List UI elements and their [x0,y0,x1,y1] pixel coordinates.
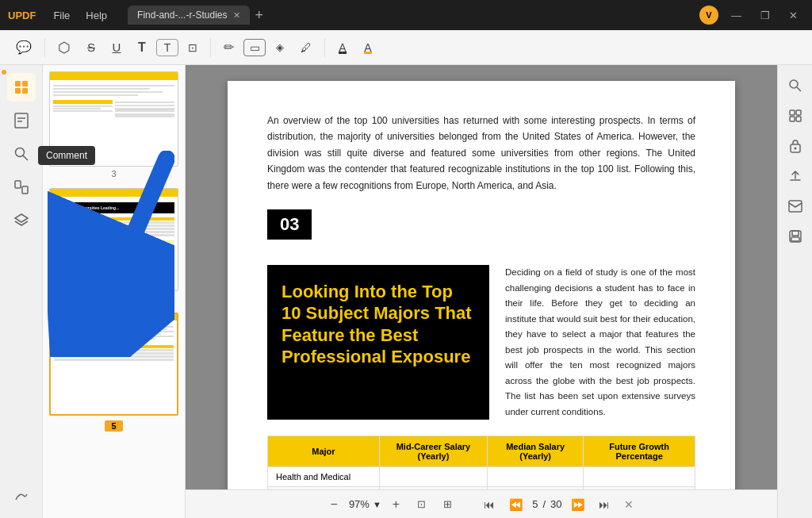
prev-page-btn[interactable]: ⏪ [504,496,527,513]
intro-text: An overview of the top 100 universities … [267,113,695,194]
svg-rect-23 [791,237,799,241]
organize-btn[interactable] [7,173,36,201]
user-avatar[interactable]: V [699,6,718,25]
zoom-display: 97% ▼ [349,498,381,510]
pdf-wrapper: An overview of the top 100 universities … [186,65,777,518]
menu-bar: File Help [45,6,115,25]
active-tab[interactable]: Find-and-...-r-Studies ✕ [128,6,250,25]
title-bar: UPDF File Help Find-and-...-r-Studies ✕ … [0,0,812,30]
right-icon-rail [777,65,812,518]
right-email-btn[interactable] [783,194,808,219]
layers-btn[interactable] [7,206,36,235]
total-pages: 30 [550,498,561,510]
thumbnail-4[interactable]: The Global Universities Leading... [49,188,178,303]
thumbnail-5[interactable]: Looking Into the Top 10 Subject Majors T… [49,313,178,432]
next-page-btn[interactable]: ⏩ [566,496,589,513]
cell-med-0 [488,467,584,487]
separator-1 [44,38,45,57]
col-major: Major [268,436,380,467]
zoom-dropdown-btn[interactable]: ▼ [373,500,381,509]
menu-file[interactable]: File [45,6,78,25]
left-sidebar-wrapper [0,65,43,518]
page-separator: / [542,498,546,510]
zoom-out-btn[interactable]: − [324,495,344,514]
page-nav: ⏮ ⏪ 5 / 30 ⏩ ⏭ ✕ [479,496,638,513]
right-upload-btn[interactable] [783,163,808,189]
col-median: Median Salary (Yearly) [488,436,584,467]
search-btn[interactable] [7,140,36,168]
right-lock-btn[interactable] [783,133,808,159]
comment-tool-btn[interactable]: 💬 [10,36,38,58]
svg-rect-1 [22,81,28,86]
last-page-btn[interactable]: ⏭ [594,496,615,513]
text-callout-btn[interactable]: ⊡ [182,38,204,57]
svg-point-19 [794,148,796,150]
table-row: Health and Medical [268,467,695,487]
svg-point-7 [15,148,24,157]
svg-rect-16 [790,117,795,121]
signature-btn[interactable] [7,482,36,510]
svg-rect-15 [796,110,801,115]
shapes-btn[interactable]: ▭ [243,39,266,56]
tab-title: Find-and-...-r-Studies [137,10,227,21]
svg-line-8 [23,155,28,160]
thumbnail-3-num: 3 [49,169,178,178]
menu-help[interactable]: Help [78,6,115,25]
text-btn[interactable]: T [131,37,153,58]
svg-rect-9 [15,181,21,188]
window-controls: V — ❐ ✕ [699,6,804,25]
right-save-btn[interactable] [783,224,808,249]
svg-rect-0 [15,81,21,86]
zoom-in-btn[interactable]: + [386,495,406,514]
toolbar: 💬 ⬡ S U T T ⊡ ✏ ▭ ◈ 🖊 A A [0,30,812,65]
maximize-btn[interactable]: ❐ [754,10,776,21]
left-icon-rail [0,65,43,518]
new-tab-btn[interactable]: + [255,8,263,22]
eraser-btn[interactable]: ◈ [269,38,291,56]
first-page-btn[interactable]: ⏮ [479,496,500,513]
fit-width-btn[interactable]: ⊞ [437,496,458,512]
pen-extra-btn[interactable]: 🖊 [294,38,318,57]
svg-point-12 [790,80,798,88]
underline-btn[interactable]: U [105,37,128,57]
tab-bar: Find-and-...-r-Studies ✕ + [128,6,693,25]
current-page: 5 [532,498,538,510]
tab-close-btn[interactable]: ✕ [233,10,240,21]
thumbnails-btn[interactable] [7,73,36,102]
thumbnail-panel: 3 The Global Universities Leading... [43,65,186,518]
thumbnail-4-num: 4 [49,294,178,303]
pdf-area[interactable]: An overview of the top 100 universities … [186,65,777,518]
stamp-btn[interactable]: ⬡ [52,36,77,59]
active-indicator [2,70,6,75]
svg-rect-4 [15,113,28,128]
comment-tooltip: Comment [38,146,95,165]
svg-rect-20 [789,201,802,212]
zoom-bar: − 97% ▼ + ⊡ ⊞ ⏮ ⏪ 5 / 30 ⏩ ⏭ ✕ [186,489,777,518]
close-btn[interactable]: ✕ [783,10,804,21]
thumbnail-5-num: 5 [49,418,178,432]
svg-rect-17 [796,117,801,121]
minimize-btn[interactable]: — [725,10,748,21]
font-color-btn[interactable]: A [331,38,354,57]
section-number-box: 03 [267,209,695,252]
svg-line-13 [797,87,801,91]
separator-2 [210,38,211,57]
col-mid-career: Mid-Career Salary (Yearly) [379,436,487,467]
right-search-btn[interactable] [783,73,808,98]
col-growth: Future Growth Percentage [584,436,695,467]
highlight-color-btn[interactable]: A [357,38,379,57]
right-grid-btn[interactable] [783,103,808,129]
bookmarks-btn[interactable] [7,106,36,135]
pdf-page: An overview of the top 100 universities … [228,81,735,518]
strikethrough-btn[interactable]: S [80,37,102,57]
zoom-level: 97% [349,498,370,510]
svg-rect-2 [15,88,21,94]
text-box-btn[interactable]: T [156,39,178,56]
fit-page-btn[interactable]: ⊡ [411,496,432,512]
close-bar-btn[interactable]: ✕ [619,496,638,513]
section-title: Looking Into the Top 10 Subject Majors T… [267,265,489,420]
svg-rect-22 [792,231,799,236]
main-layout: Comment [0,65,812,518]
svg-rect-14 [790,110,795,115]
pencil-btn[interactable]: ✏ [217,36,240,58]
